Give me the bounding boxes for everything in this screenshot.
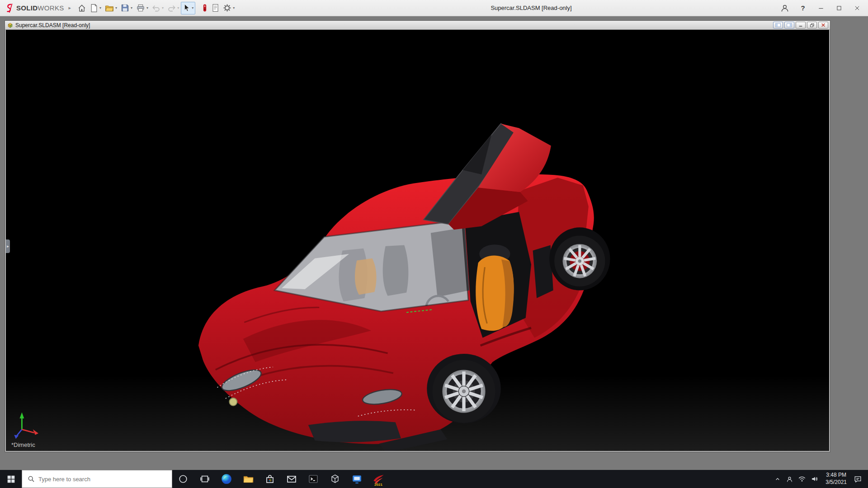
doc-restore-button[interactable] xyxy=(807,22,817,28)
taskbar-cortana-button[interactable] xyxy=(172,470,194,488)
dropdown-arrow-icon[interactable]: ▾ xyxy=(162,6,164,10)
account-icon xyxy=(780,4,789,13)
help-icon: ? xyxy=(801,4,805,12)
mdi-workspace: Supercar.SLDASM [Read-only] xyxy=(0,16,868,470)
tray-expand-button[interactable] xyxy=(772,470,783,488)
taskbar-clock[interactable]: 3:48 PM 3/5/2021 xyxy=(821,472,851,486)
open-folder-icon xyxy=(105,4,114,13)
system-tray: 3:48 PM 3/5/2021 xyxy=(772,470,868,488)
resources-icon xyxy=(202,4,208,12)
open-button[interactable]: ▾ xyxy=(103,2,119,14)
taskbar-edge-button[interactable] xyxy=(216,470,237,488)
taskbar-taskview-button[interactable] xyxy=(194,470,216,488)
pane-toggle-right-button[interactable] xyxy=(784,22,794,28)
select-tool-button[interactable]: ▾ xyxy=(181,2,195,14)
redo-icon xyxy=(167,4,176,12)
close-button[interactable] xyxy=(848,1,866,15)
action-center-button[interactable] xyxy=(851,470,864,488)
store-icon xyxy=(264,474,275,484)
brand-text: SOLIDWORKS xyxy=(16,4,64,12)
help-button[interactable]: ? xyxy=(794,1,812,15)
chevron-up-icon xyxy=(774,475,781,483)
start-button[interactable] xyxy=(0,470,22,488)
dropdown-arrow-icon[interactable]: ▾ xyxy=(131,6,132,10)
taskbar-3dviewer-button[interactable] xyxy=(324,470,346,488)
undo-icon xyxy=(152,4,160,12)
taskbar-commandprompt-button[interactable] xyxy=(302,470,324,488)
dropdown-arrow-icon[interactable]: ▾ xyxy=(192,6,193,10)
undo-button[interactable]: ▾ xyxy=(150,2,165,14)
edge-icon xyxy=(221,473,232,485)
graphics-viewport[interactable]: ► *Dimetric xyxy=(6,30,829,451)
car-rear-wheel xyxy=(554,236,605,286)
taskbar-search[interactable] xyxy=(22,470,172,488)
pane-toggle-left-button[interactable] xyxy=(773,22,783,28)
toolbar-flyout-arrow-icon[interactable]: ▸ xyxy=(68,5,76,11)
cube-3d-icon xyxy=(330,474,340,484)
dropdown-arrow-icon[interactable]: ▾ xyxy=(233,6,235,10)
view-orientation-label: *Dimetric xyxy=(11,441,35,448)
search-input[interactable] xyxy=(38,476,147,483)
print-button[interactable]: ▾ xyxy=(134,2,150,14)
taskbar-solidworks-button[interactable]: 2021 xyxy=(368,470,389,488)
pane-left-icon xyxy=(775,23,781,27)
doc-minimize-button[interactable] xyxy=(796,22,806,28)
tray-network-button[interactable] xyxy=(796,470,808,488)
minimize-button[interactable] xyxy=(812,1,830,15)
solidworks-logo: SOLIDWORKS xyxy=(2,3,68,13)
save-icon xyxy=(121,4,129,12)
new-document-icon xyxy=(90,4,98,13)
car-driver-seat xyxy=(476,244,514,331)
taskbar-store-button[interactable] xyxy=(259,470,281,488)
minimize-icon xyxy=(818,5,824,11)
clock-date: 3/5/2021 xyxy=(826,479,847,486)
assembly-file-icon xyxy=(7,22,14,28)
app-window-title: Supercar.SLDASM [Read-only] xyxy=(477,5,585,11)
document-titlebar[interactable]: Supercar.SLDASM [Read-only] xyxy=(5,21,830,30)
app-titlebar: SOLIDWORKS ▸ ▾ ▾ xyxy=(0,0,868,16)
document-title: Supercar.SLDASM [Read-only] xyxy=(15,22,90,28)
resources-button[interactable] xyxy=(200,2,210,14)
solidworks-version-badge: 2021 xyxy=(374,483,382,487)
featuremanager-expand-tab[interactable]: ► xyxy=(6,239,10,253)
dropdown-arrow-icon[interactable]: ▾ xyxy=(99,6,101,10)
monitor-app-icon xyxy=(351,474,363,485)
speaker-icon xyxy=(811,475,819,483)
car-front-wheel xyxy=(432,360,495,422)
properties-icon xyxy=(212,4,219,12)
properties-button[interactable] xyxy=(210,2,221,14)
tray-people-button[interactable] xyxy=(783,470,796,488)
redo-button[interactable]: ▾ xyxy=(165,2,181,14)
supercar-3d-model[interactable] xyxy=(6,30,829,451)
solidworks-app: SOLIDWORKS ▸ ▾ ▾ xyxy=(0,0,868,488)
maximize-button[interactable] xyxy=(830,1,848,15)
dropdown-arrow-icon[interactable]: ▾ xyxy=(177,6,179,10)
search-icon xyxy=(28,475,35,483)
doc-minimize-icon xyxy=(798,23,803,27)
doc-close-button[interactable] xyxy=(818,22,828,28)
car-grille xyxy=(308,421,401,442)
new-document-button[interactable]: ▾ xyxy=(88,2,103,14)
account-button[interactable] xyxy=(776,1,794,15)
clock-time: 3:48 PM xyxy=(826,472,847,479)
taskbar-mail-button[interactable] xyxy=(281,470,302,488)
dropdown-arrow-icon[interactable]: ▾ xyxy=(146,6,148,10)
wifi-icon xyxy=(798,475,806,483)
dropdown-arrow-icon[interactable]: ▾ xyxy=(115,6,117,10)
action-center-icon xyxy=(854,475,862,483)
home-icon xyxy=(77,4,86,13)
close-icon xyxy=(854,5,860,11)
taskbar-blueapp-button[interactable] xyxy=(346,470,368,488)
dassault-logo-icon xyxy=(5,3,14,13)
document-window-controls xyxy=(773,22,828,28)
orientation-triad xyxy=(14,412,38,439)
taskbar-explorer-button[interactable] xyxy=(237,470,259,488)
save-button[interactable]: ▾ xyxy=(119,2,134,14)
home-button[interactable] xyxy=(75,2,88,14)
pane-right-icon xyxy=(787,23,792,27)
tray-volume-button[interactable] xyxy=(808,470,821,488)
mail-icon xyxy=(286,474,297,484)
options-button[interactable]: ▾ xyxy=(221,2,236,14)
command-prompt-icon xyxy=(308,474,319,484)
doc-close-icon xyxy=(821,23,826,27)
